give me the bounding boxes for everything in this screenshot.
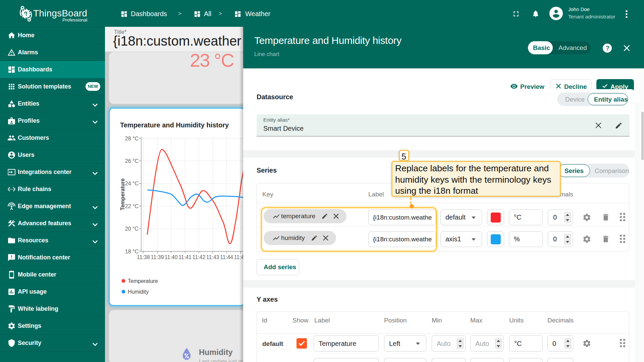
svg-text:11:42: 11:42 <box>192 254 205 260</box>
svg-text:Humidity: Humidity <box>128 289 149 295</box>
svg-text:28 °C: 28 °C <box>125 135 138 141</box>
svg-text:24 °C: 24 °C <box>125 181 138 186</box>
svg-text:11:40: 11:40 <box>164 254 177 260</box>
svg-text:11:39: 11:39 <box>151 254 164 260</box>
svg-text:Temperature: Temperature <box>128 278 158 284</box>
svg-text:11:41: 11:41 <box>178 254 192 260</box>
svg-text:11:44: 11:44 <box>220 254 233 260</box>
svg-text:20 °C: 20 °C <box>125 226 138 232</box>
svg-text:11:38: 11:38 <box>137 254 150 260</box>
svg-text:22 °C: 22 °C <box>125 203 138 209</box>
svg-text:11:43: 11:43 <box>206 254 219 260</box>
svg-text:Temperature: Temperature <box>120 178 125 210</box>
svg-text:18 °C: 18 °C <box>125 248 138 254</box>
svg-text:26 °C: 26 °C <box>125 158 138 164</box>
